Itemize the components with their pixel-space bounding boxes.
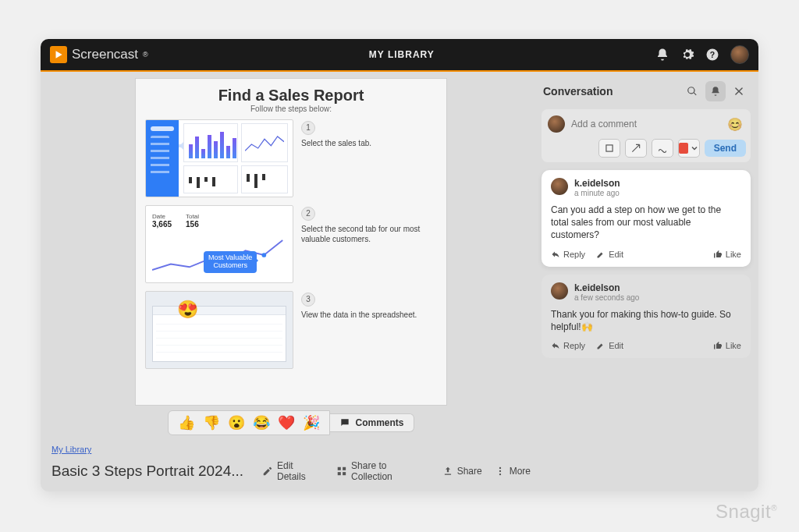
- step-2-image: Date3,665 Total156 Most Valuable Custome…: [145, 205, 293, 283]
- callout-label: Most Valuable Customers: [204, 251, 257, 273]
- thumbs-up-icon: [713, 341, 723, 350]
- edit-details-button[interactable]: Edit Details: [262, 460, 324, 482]
- brand-logo-icon: [50, 46, 67, 63]
- comment-edit-button[interactable]: Edit: [596, 250, 623, 259]
- app-window: Screencast® MY LIBRARY ? Find a Sales Re…: [41, 39, 758, 491]
- comment-time: a few seconds ago: [574, 293, 639, 302]
- step-3-text: View the data in the spreadsheet.: [301, 310, 437, 320]
- step-3-image: 😍: [145, 291, 293, 369]
- reaction-thumbs-up[interactable]: 👍: [178, 414, 195, 431]
- svg-point-7: [499, 467, 500, 469]
- comment-like-button[interactable]: Like: [713, 341, 741, 350]
- comments-button[interactable]: Comments: [330, 413, 414, 432]
- comment-avatar: [551, 282, 568, 300]
- tool-arrow-button[interactable]: [625, 139, 647, 158]
- svg-rect-10: [606, 145, 613, 151]
- help-icon[interactable]: ?: [705, 48, 719, 62]
- conversation-title: Conversation: [543, 85, 613, 98]
- nav-my-library[interactable]: MY LIBRARY: [148, 49, 655, 60]
- comments-list: k.eidelson a minute ago Can you add a st…: [542, 170, 751, 358]
- document-preview: Find a Sales Report Follow the steps bel…: [47, 78, 535, 406]
- comment-user: k.eidelson: [574, 178, 620, 189]
- comments-button-label: Comments: [355, 417, 403, 428]
- reaction-heart[interactable]: ❤️: [278, 414, 295, 431]
- step-1: 1 Select the sales tab.: [145, 119, 437, 197]
- comment-reply-button[interactable]: Reply: [551, 341, 585, 350]
- share-icon: [442, 466, 453, 477]
- reaction-thumbs-down[interactable]: 👎: [203, 414, 220, 431]
- comment-icon: [339, 417, 350, 428]
- comment-avatar: [551, 178, 568, 195]
- comment-input[interactable]: [571, 119, 721, 129]
- chevron-down-icon: [690, 143, 699, 154]
- more-vertical-icon: [495, 466, 506, 477]
- conversation-alerts-button[interactable]: [705, 81, 726, 101]
- top-bar-icons: ?: [655, 45, 749, 64]
- step-1-number: 1: [301, 121, 315, 135]
- reaction-wow[interactable]: 😮: [228, 414, 245, 431]
- more-button[interactable]: More: [495, 466, 531, 477]
- brand-name: Screencast: [72, 47, 138, 62]
- notifications-icon[interactable]: [655, 48, 669, 62]
- brand[interactable]: Screencast®: [50, 46, 148, 63]
- step-2: Date3,665 Total156 Most Valuable Custome…: [145, 205, 437, 283]
- close-icon: [733, 86, 744, 97]
- conversation-search-button[interactable]: [682, 81, 702, 101]
- comment-composer: 😊 Send: [542, 109, 751, 162]
- comment-edit-button[interactable]: Edit: [596, 341, 623, 350]
- conversation-close-button[interactable]: [729, 81, 749, 101]
- step-1-text: Select the sales tab.: [301, 138, 437, 148]
- arrow-icon: [630, 143, 641, 154]
- reaction-emoji-group: 👍 👎 😮 😂 ❤️ 🎉: [168, 410, 330, 435]
- document: Find a Sales Report Follow the steps bel…: [135, 78, 447, 406]
- pencil-icon: [596, 250, 605, 259]
- curve-icon: [657, 143, 668, 154]
- comment-body: Can you add a step on how we get to the …: [551, 204, 741, 242]
- comment-user: k.eidelson: [574, 282, 639, 293]
- reaction-party[interactable]: 🎉: [303, 414, 320, 431]
- reactions-bar: 👍 👎 😮 😂 ❤️ 🎉 Comments: [168, 410, 414, 435]
- registered-mark: ®: [143, 51, 148, 59]
- comment-card[interactable]: k.eidelson a few seconds ago Thank you f…: [542, 275, 751, 358]
- doc-title: Find a Sales Report: [145, 87, 437, 105]
- tool-color-button[interactable]: [678, 139, 700, 158]
- conversation-panel: Conversation 😊: [542, 72, 758, 491]
- comment-like-button[interactable]: Like: [713, 250, 741, 259]
- svg-point-8: [499, 470, 500, 472]
- user-avatar[interactable]: [730, 45, 749, 64]
- rectangle-icon: [604, 143, 615, 154]
- step-1-image: [145, 119, 293, 197]
- emoji-picker-button[interactable]: 😊: [727, 117, 743, 132]
- bell-icon: [710, 86, 721, 97]
- share-button[interactable]: Share: [442, 466, 482, 477]
- comment-time: a minute ago: [574, 189, 620, 197]
- tool-rectangle-button[interactable]: [598, 139, 620, 158]
- settings-gear-icon[interactable]: [680, 48, 694, 62]
- search-icon: [687, 86, 698, 97]
- color-swatch-icon: [679, 143, 688, 154]
- file-title: Basic 3 Steps Portrait 2024...: [51, 463, 243, 480]
- svg-text:?: ?: [710, 50, 715, 59]
- heart-eyes-emoji-icon: 😍: [177, 300, 198, 320]
- svg-rect-3: [338, 467, 341, 470]
- step-2-text: Select the second tab for our most valua…: [301, 224, 437, 244]
- reply-icon: [551, 250, 560, 259]
- step-3-number: 3: [301, 293, 315, 307]
- breadcrumb-my-library[interactable]: My Library: [51, 445, 91, 454]
- grid-icon: [336, 466, 347, 477]
- share-to-collection-button[interactable]: Share to Collection: [336, 460, 429, 482]
- pencil-icon: [262, 466, 273, 477]
- comment-reply-button[interactable]: Reply: [551, 250, 585, 259]
- tool-curve-button[interactable]: [652, 139, 673, 158]
- reaction-laugh[interactable]: 😂: [253, 414, 270, 431]
- thumbs-up-icon: [713, 250, 723, 259]
- composer-avatar: [548, 115, 565, 133]
- send-button[interactable]: Send: [705, 140, 746, 157]
- comment-card[interactable]: k.eidelson a minute ago Can you add a st…: [542, 170, 751, 267]
- svg-rect-4: [343, 467, 346, 470]
- top-bar: Screencast® MY LIBRARY ?: [41, 39, 758, 72]
- file-meta: My Library Basic 3 Steps Portrait 2024..…: [47, 435, 535, 487]
- pencil-icon: [596, 341, 605, 350]
- reply-icon: [551, 341, 560, 350]
- content-area: Find a Sales Report Follow the steps bel…: [41, 72, 542, 491]
